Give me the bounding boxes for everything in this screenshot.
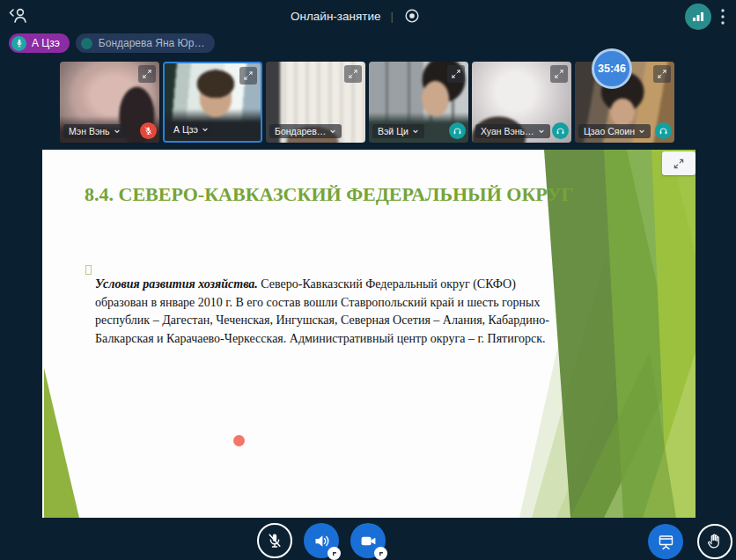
bullet-glyph-box [85, 265, 92, 275]
signal-bars-icon [691, 10, 705, 24]
chevron-down-icon [114, 128, 121, 135]
headphones-badge [449, 122, 466, 139]
secondary-controls [648, 524, 732, 559]
participants-panel-toggle[interactable] [7, 4, 32, 27]
screen-share-button[interactable] [648, 524, 683, 559]
chevron-down-icon [412, 128, 419, 135]
microphone-button[interactable] [257, 523, 292, 558]
video-tiles-row: Мэн Вэнь А Цзэ Бондарев… [60, 62, 674, 143]
camera-icon [359, 532, 378, 550]
participant-name: Бондарев… [275, 126, 326, 136]
active-mic-pill[interactable]: А Цзэ [9, 33, 70, 53]
mic-muted-badge [140, 122, 157, 139]
slide-canvas: 8.4. СЕВЕРО-КАВКАЗСКИЙ ФЕДЕРАЛЬНЫЙ ОКРУГ… [42, 150, 696, 518]
chevron-down-icon [538, 128, 545, 135]
slide-body-lead: Условия развития хозяйства. [95, 277, 258, 291]
more-options-button[interactable] [713, 4, 732, 29]
caret-icon [328, 548, 340, 559]
laser-pointer-dot [233, 435, 245, 446]
expand-icon [657, 69, 667, 79]
chevron-down-icon [329, 128, 336, 135]
kebab-menu-icon [721, 9, 725, 25]
tile-expand-button[interactable] [550, 65, 568, 83]
slide-title: 8.4. СЕВЕРО-КАВКАЗСКИЙ ФЕДЕРАЛЬНЫЙ ОКРУГ [85, 181, 613, 209]
tile-expand-button[interactable] [653, 65, 671, 83]
camera-button[interactable] [350, 523, 386, 558]
participant-name-menu[interactable]: Цзао Сяоин [578, 124, 651, 138]
media-controls [257, 523, 386, 558]
record-icon [403, 7, 421, 25]
participant-name: Вэй Ци [378, 126, 408, 136]
video-tile[interactable]: Бондарев… [266, 62, 365, 143]
meeting-title: Онлайн-занятие [291, 10, 381, 23]
speaker-pills: А Цзэ Бондарева Яна Юр… [9, 33, 215, 53]
mic-muted-icon [266, 532, 283, 549]
participant-name-menu[interactable]: Вэй Ци [372, 124, 424, 138]
tile-expand-button[interactable] [138, 65, 156, 83]
whiteboard-icon [657, 533, 675, 551]
slide-body-text: Условия развития хозяйства. Северо-Кавка… [95, 276, 560, 348]
expand-icon [142, 69, 152, 79]
title-divider: | [391, 10, 394, 23]
tile-expand-button[interactable] [239, 67, 257, 85]
headphones-badge [655, 122, 672, 139]
video-tile[interactable]: Вэй Ци [369, 62, 468, 143]
participant-name: Мэн Вэнь [69, 126, 110, 136]
shared-presentation-slide[interactable]: 8.4. СЕВЕРО-КАВКАЗСКИЙ ФЕДЕРАЛЬНЫЙ ОКРУГ… [42, 150, 696, 518]
raised-hand-icon [706, 533, 724, 550]
camera-device-caret[interactable] [374, 547, 387, 560]
active-mic-user: А Цзэ [32, 37, 60, 49]
participants-icon [7, 5, 30, 26]
raise-hand-button[interactable] [697, 524, 732, 559]
slide-fullscreen-button[interactable] [662, 151, 696, 175]
session-timer: 35:46 [592, 48, 632, 89]
video-tile[interactable]: Хуан Вэнь… [472, 62, 571, 143]
participant-name-menu[interactable]: Мэн Вэнь [63, 124, 126, 138]
expand-icon [243, 70, 254, 81]
record-button[interactable] [403, 7, 421, 25]
chevron-down-icon [638, 128, 645, 135]
top-bar: Онлайн-занятие | [0, 0, 736, 32]
video-tile[interactable]: Мэн Вэнь [60, 62, 159, 143]
connection-quality-button[interactable] [685, 4, 711, 30]
caret-icon [375, 548, 386, 559]
expand-icon [554, 69, 564, 79]
participant-name: Цзао Сяоин [584, 126, 635, 136]
participant-name: А Цзэ [173, 124, 198, 135]
headphones-badge [552, 122, 569, 139]
expand-icon [673, 158, 685, 170]
speaker-icon [313, 532, 331, 550]
slide-corner-triangle [42, 368, 95, 518]
participant-name-menu[interactable]: Хуан Вэнь… [475, 124, 550, 138]
speaker-button[interactable] [304, 523, 339, 558]
chevron-down-icon [202, 126, 209, 133]
tile-expand-button[interactable] [447, 65, 465, 83]
expand-icon [451, 69, 461, 79]
participant-name-menu[interactable]: Бондарев… [269, 124, 342, 138]
speaker-device-caret[interactable] [328, 547, 341, 560]
expand-icon [348, 69, 358, 79]
host-pill[interactable]: Бондарева Яна Юр… [76, 33, 216, 53]
host-user: Бондарева Яна Юр… [99, 37, 205, 49]
presence-dot-icon [81, 38, 92, 49]
meeting-title-group: Онлайн-занятие | [291, 7, 421, 25]
video-tile-active-speaker[interactable]: А Цзэ [163, 62, 262, 143]
mic-on-icon [11, 36, 26, 51]
tile-expand-button[interactable] [344, 65, 362, 83]
participant-name: Хуан Вэнь… [481, 126, 534, 136]
participant-name-menu[interactable]: А Цзэ [168, 122, 214, 136]
